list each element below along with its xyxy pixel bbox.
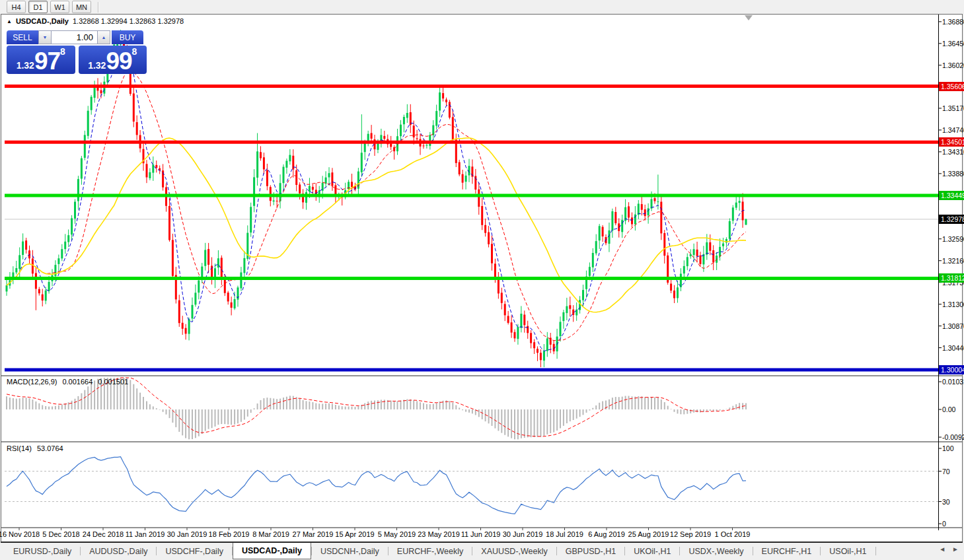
date-label: 24 Dec 2018 (80, 530, 126, 538)
date-label: 1 Oct 2019 (710, 530, 756, 538)
date-label: 8 Mar 2019 (248, 530, 294, 538)
price-badge: 1.34501 (939, 137, 964, 147)
buy-price-sup: 8 (132, 47, 137, 56)
price-tick-label: 1.32160 (942, 257, 964, 265)
price-tick-label: 1.36880 (942, 18, 964, 26)
date-label: 11 Jan 2019 (122, 530, 168, 538)
date-label: 5 May 2019 (374, 530, 420, 538)
chart-symbol-label: USDCAD-,Daily (16, 17, 69, 25)
rsi-name: RSI(14) (7, 444, 32, 452)
price-tick-label: 1.30440 (942, 344, 964, 352)
volume-input[interactable] (52, 30, 97, 44)
tab-usdcad-daily[interactable]: USDCAD-,Daily (233, 543, 311, 559)
tab-eurusd-daily[interactable]: EURUSD-,Daily (5, 543, 80, 559)
price-tick-label: 1.36020 (942, 61, 964, 69)
buy-price-prefix: 1.32 (88, 59, 106, 72)
price-tick-label: 1.31300 (942, 300, 964, 308)
buy-button[interactable]: BUY (112, 30, 143, 44)
sell-price-sup: 8 (60, 47, 65, 56)
tab-ukoil-h1[interactable]: UKOil-,H1 (625, 543, 679, 559)
one-click-panel-collapse-icon[interactable]: ▲ (7, 18, 12, 24)
price-tick-label: 1.35170 (942, 104, 964, 112)
tab-eurchf-weekly[interactable]: EURCHF-,Weekly (389, 543, 472, 559)
tab-audusd-daily[interactable]: AUDUSD-,Daily (81, 543, 156, 559)
buy-price-big: 99 (106, 50, 131, 72)
price-tick-label: 1.33880 (942, 170, 964, 178)
tab-usdx-weekly[interactable]: USDX-,Weekly (680, 543, 752, 559)
chart-title: ▲ USDCAD-,Daily 1.32868 1.32994 1.32863 … (7, 17, 184, 25)
mt4-terminal: H4D1W1MN ▲ USDCAD-,Daily 1.32868 1.32994… (0, 0, 964, 560)
macd-axis-label: 0.010311 (942, 378, 964, 386)
rsi-axis-label: 100 (942, 444, 954, 452)
macd-histogram (7, 378, 746, 439)
toolbar-separator (98, 2, 99, 13)
timeframe-button-mn[interactable]: MN (72, 1, 91, 13)
price-tick-label: 1.34310 (942, 148, 964, 156)
date-label: 5 Dec 2018 (38, 530, 85, 538)
sell-button[interactable]: SELL (7, 30, 38, 44)
price-badge: 1.32978 (939, 215, 964, 224)
buy-price-panel[interactable]: 1.32 99 8 (79, 46, 147, 74)
date-label: 25 Aug 2019 (626, 530, 672, 538)
date-label: 16 Nov 2018 (0, 530, 42, 538)
timeframe-toolbar: H4D1W1MN (0, 0, 964, 14)
chart-canvas[interactable] (0, 0, 964, 560)
tab-separator (875, 547, 876, 555)
sell-price-prefix: 1.32 (17, 59, 34, 72)
date-label: 23 May 2019 (416, 530, 462, 538)
macd-axis-label: 0.00 (942, 405, 955, 413)
date-label: 18 Jul 2019 (542, 530, 588, 538)
price-badge: 1.33449 (939, 191, 964, 200)
chart-ohlc-values: 1.32868 1.32994 1.32863 1.32978 (73, 17, 184, 25)
rsi-axis-label: 30 (942, 498, 950, 506)
macd-name: MACD(12,26,9) (7, 378, 57, 386)
price-tick-label: 1.34740 (942, 126, 964, 134)
tab-usoil-h1[interactable]: USOil-,H1 (821, 543, 875, 559)
tab-usdcnh-daily[interactable]: USDCNH-,Daily (312, 543, 388, 559)
date-label: 6 Aug 2019 (583, 530, 630, 538)
tabs-scroll-left-icon[interactable]: ◄ (939, 545, 945, 553)
tabs-scroll-right-icon[interactable]: ► (952, 545, 959, 553)
ma-line-13 (7, 70, 746, 341)
symbol-tabbar: EURUSD-,DailyAUDUSD-,DailyUSDCHF-,DailyU… (1, 542, 963, 559)
rsi-value: 53.0764 (37, 444, 63, 452)
date-label: 15 Apr 2019 (332, 530, 378, 538)
macd-signal-value: 0.001501 (98, 378, 128, 386)
price-tick-label: 1.32590 (942, 235, 964, 243)
date-label: 30 Jun 2019 (500, 530, 546, 538)
timeframe-button-h4[interactable]: H4 (7, 1, 26, 13)
volume-decrease-button[interactable]: ▼ (38, 30, 52, 44)
rsi-line (7, 457, 746, 514)
sell-price-panel[interactable]: 1.32 97 8 (7, 46, 75, 74)
price-tick-label: 1.30870 (942, 322, 964, 330)
tab-gbpusd-h1[interactable]: GBPUSD-,H1 (557, 543, 624, 559)
rsi-axis-label: 70 (942, 468, 950, 475)
tab-usdchf-daily[interactable]: USDCHF-,Daily (157, 543, 232, 559)
volume-increase-button[interactable]: ▲ (97, 30, 110, 44)
one-click-trade-panel: SELL ▼ ▲ BUY 1.32 97 8 1.32 99 8 (7, 30, 147, 74)
date-label: 18 Feb 2019 (206, 530, 252, 538)
rsi-axis-label: 0 (942, 520, 946, 528)
timeframe-button-d1[interactable]: D1 (28, 1, 48, 13)
tab-eurchf-h1[interactable]: EURCHF-,H1 (753, 543, 821, 559)
tab-xauusd-weekly[interactable]: XAUUSD-,Weekly (472, 543, 556, 559)
sell-price-big: 97 (34, 50, 60, 72)
macd-main-value: 0.001664 (62, 378, 93, 386)
macd-axis-label: -0.00920 (942, 433, 964, 441)
tabbar-navigation: ◄ ► (939, 545, 959, 553)
price-badge: 1.30004 (939, 365, 964, 374)
chart-shift-marker-icon (745, 15, 753, 20)
date-label: 11 Jun 2019 (458, 530, 504, 538)
price-tick-label: 1.36450 (942, 40, 964, 48)
ma-line-5 (7, 48, 746, 351)
macd-indicator-label: MACD(12,26,9) 0.001664 0.001501 (7, 378, 128, 386)
date-label: 27 Mar 2019 (290, 530, 336, 538)
date-label: 30 Jan 2019 (164, 530, 210, 538)
price-badge: 1.31812 (939, 273, 964, 283)
price-badge: 1.35606 (939, 82, 964, 91)
timeframe-button-w1[interactable]: W1 (50, 1, 69, 13)
date-label: 12 Sep 2019 (667, 530, 714, 538)
rsi-indicator-label: RSI(14) 53.0764 (7, 444, 63, 452)
